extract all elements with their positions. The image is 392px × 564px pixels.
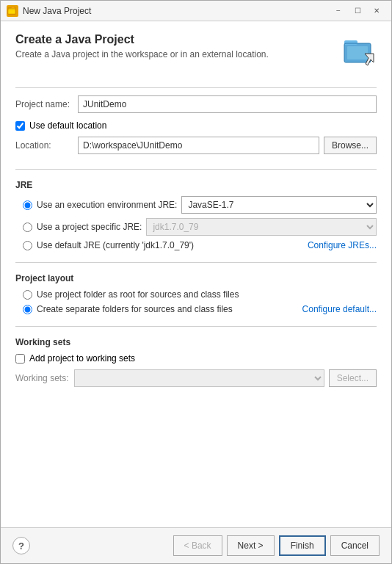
working-sets-checkbox-label: Add project to working sets [29, 353, 135, 364]
wizard-icon [341, 33, 377, 68]
location-input[interactable] [78, 137, 319, 154]
jre-section-title: JRE [15, 180, 377, 190]
jre-radio-3[interactable] [23, 241, 32, 250]
jre-radio-3-row: Use default JRE (currently 'jdk1.7.0_79'… [23, 240, 377, 250]
jre-radio-group: Use an execution environment JRE: JavaSE… [23, 196, 377, 255]
window-icon [7, 5, 18, 17]
jre-radio-2-label: Use a project specific JRE: [37, 222, 142, 232]
location-label: Location: [15, 140, 78, 151]
project-name-input[interactable] [78, 95, 377, 113]
svg-rect-1 [8, 10, 15, 14]
title-bar-controls: − ☐ ✕ [330, 4, 385, 18]
jre-radio-3-left: Use default JRE (currently 'jdk1.7.0_79'… [23, 240, 194, 250]
svg-rect-4 [344, 40, 357, 45]
working-sets-checkbox[interactable] [15, 354, 25, 364]
location-row: Location: Browse... [15, 137, 377, 154]
jre-radio-3-label: Use default JRE (currently 'jdk1.7.0_79'… [37, 240, 194, 250]
layout-radio-2-left: Create separate folders for sources and … [23, 304, 233, 314]
select-working-sets-button[interactable]: Select... [329, 369, 377, 387]
page-title: Create a Java Project [15, 33, 334, 46]
maximize-button[interactable]: ☐ [349, 4, 366, 18]
layout-radio-2-row: Create separate folders for sources and … [23, 304, 377, 314]
close-button[interactable]: ✕ [368, 4, 385, 18]
divider-3 [15, 262, 377, 263]
divider-1 [15, 87, 377, 88]
working-sets-row: Working sets: Select... [15, 369, 377, 387]
project-name-label: Project name: [15, 99, 78, 109]
window: New Java Project − ☐ ✕ Create a Java Pro… [0, 0, 392, 564]
title-bar-text: New Java Project [23, 6, 330, 16]
jre-radio-1-row: Use an execution environment JRE: JavaSE… [23, 196, 377, 214]
footer-buttons: < Back Next > Finish Cancel [173, 535, 380, 556]
back-button[interactable]: < Back [173, 535, 222, 556]
jre-radio-1-label: Use an execution environment JRE: [37, 200, 177, 210]
default-location-checkbox[interactable] [15, 121, 25, 131]
divider-4 [15, 326, 377, 327]
minimize-button[interactable]: − [330, 4, 347, 18]
configure-jres-link[interactable]: Configure JREs... [308, 240, 377, 250]
page-subtitle: Create a Java project in the workspace o… [15, 49, 334, 59]
jre-env-select[interactable]: JavaSE-1.7 [181, 196, 377, 214]
working-sets-title: Working sets [15, 337, 377, 347]
browse-button[interactable]: Browse... [324, 137, 377, 154]
layout-radio-2[interactable] [23, 305, 32, 314]
project-name-row: Project name: [15, 95, 377, 113]
content-area: Create a Java Project Create a Java proj… [1, 21, 391, 527]
working-sets-label: Working sets: [15, 373, 74, 383]
working-sets-select[interactable] [74, 369, 324, 387]
jre-specific-select[interactable]: jdk1.7.0_79 [146, 218, 377, 236]
project-layout-title: Project layout [15, 273, 377, 283]
header-area: Create a Java Project Create a Java proj… [15, 33, 377, 68]
help-button[interactable]: ? [12, 537, 30, 554]
jre-env-select-wrap: JavaSE-1.7 [181, 196, 377, 214]
finish-button[interactable]: Finish [279, 535, 326, 556]
cancel-button[interactable]: Cancel [330, 535, 380, 556]
footer: ? < Back Next > Finish Cancel [1, 527, 391, 563]
layout-radio-1[interactable] [23, 290, 32, 300]
default-location-row: Use default location [15, 120, 377, 131]
jre-radio-2-row: Use a project specific JRE: jdk1.7.0_79 [23, 218, 377, 236]
configure-default-link[interactable]: Configure default... [302, 304, 377, 314]
divider-2 [15, 169, 377, 170]
layout-radio-2-label: Create separate folders for sources and … [37, 304, 233, 314]
layout-radio-1-label: Use project folder as root for sources a… [37, 289, 239, 300]
layout-radio-1-row: Use project folder as root for sources a… [23, 289, 377, 300]
header-text: Create a Java Project Create a Java proj… [15, 33, 334, 59]
working-sets-checkbox-row: Add project to working sets [15, 353, 377, 364]
default-location-label: Use default location [29, 120, 106, 131]
layout-radio-group: Use project folder as root for sources a… [23, 289, 377, 319]
jre-radio-1[interactable] [23, 200, 32, 210]
title-bar: New Java Project − ☐ ✕ [1, 1, 391, 21]
jre-specific-select-wrap: jdk1.7.0_79 [146, 218, 377, 236]
next-button[interactable]: Next > [227, 535, 275, 556]
svg-rect-6 [347, 46, 368, 59]
jre-radio-2[interactable] [23, 223, 32, 232]
